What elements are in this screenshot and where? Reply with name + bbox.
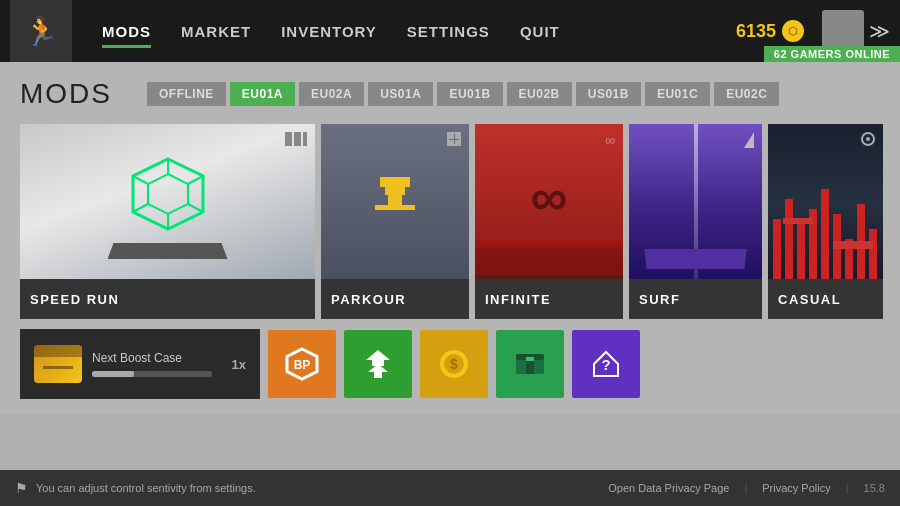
footer-link-privacy[interactable]: Open Data Privacy Page [608, 482, 729, 494]
infinite-corner-icon: ∞ [605, 132, 615, 148]
svg-line-7 [133, 176, 148, 184]
card-parkour[interactable]: PARKOUR [321, 124, 469, 319]
server-tab-eu01c[interactable]: EU01C [645, 82, 710, 106]
footer-tip: You can adjust control sentivity from se… [36, 482, 256, 494]
parkour-symbol [365, 167, 425, 236]
main-content: MODS OFFLINE EU01A EU02A US01A EU01B EU0… [0, 62, 900, 414]
online-badge: 62 GAMERS ONLINE [764, 46, 900, 62]
footer-separator-2: | [846, 482, 849, 494]
card-parkour-img [321, 124, 469, 279]
coin-icon: ⬡ [782, 20, 804, 42]
card-surf[interactable]: SURF [629, 124, 762, 319]
svg-rect-16 [475, 240, 623, 248]
boost-case: Next Boost Case 1x [20, 329, 260, 399]
card-parkour-label: PARKOUR [321, 279, 469, 319]
action-btn-coin[interactable]: $ [420, 330, 488, 398]
server-tab-us01b[interactable]: US01B [576, 82, 641, 106]
server-tab-eu02a[interactable]: EU02A [299, 82, 364, 106]
cards-row: SPEED RUN [20, 124, 880, 319]
surf-corner-icon [744, 132, 754, 148]
action-btn-question[interactable]: ? [572, 330, 640, 398]
card-surf-img [629, 124, 762, 279]
card-speedrun[interactable]: SPEED RUN [20, 124, 315, 319]
nav-right: 6135 ⬡ ≫ 62 GAMERS ONLINE [736, 10, 890, 52]
server-tab-eu01b[interactable]: EU01B [437, 82, 502, 106]
nav-item-inventory[interactable]: INVENTORY [281, 19, 377, 44]
server-tab-eu02c[interactable]: EU02C [714, 82, 779, 106]
top-nav: 🏃 MODS MARKET INVENTORY SETTINGS QUIT 61… [0, 0, 900, 62]
card-speedrun-img [20, 124, 315, 279]
bottom-row: Next Boost Case 1x BP $ [20, 329, 880, 404]
case-progress-bar [92, 371, 212, 377]
svg-text:$: $ [450, 356, 458, 372]
svg-rect-27 [526, 357, 534, 361]
svg-rect-14 [388, 195, 402, 205]
card-infinite-img: ∞ ∞ [475, 124, 623, 279]
casual-platform-2 [783, 218, 813, 224]
card-speedrun-label: SPEED RUN [20, 279, 315, 319]
action-btn-hex[interactable]: BP [268, 330, 336, 398]
server-tab-eu02b[interactable]: EU02B [507, 82, 572, 106]
logo: 🏃 [10, 0, 72, 62]
svg-rect-13 [375, 205, 415, 210]
card-casual-label: CASUAL [768, 279, 883, 319]
card-infinite-label: INFINITE [475, 279, 623, 319]
card-casual-img [768, 124, 883, 279]
logo-icon: 🏃 [24, 15, 59, 48]
nav-item-quit[interactable]: QUIT [520, 19, 560, 44]
svg-rect-10 [303, 132, 307, 146]
card-infinite[interactable]: ∞ ∞ INFINITE [475, 124, 623, 319]
parkour-corner-icon [447, 132, 461, 146]
nav-items: MODS MARKET INVENTORY SETTINGS QUIT [102, 19, 736, 44]
server-tab-offline[interactable]: OFFLINE [147, 82, 226, 106]
case-label: Next Boost Case [92, 351, 222, 365]
footer-version: 15.8 [864, 482, 885, 494]
action-btn-up[interactable] [344, 330, 412, 398]
footer-left: ⚑ You can adjust control sentivity from … [15, 480, 256, 496]
chevrons-icon: ≫ [869, 19, 890, 43]
footer-link-policy[interactable]: Privacy Policy [762, 482, 830, 494]
card-surf-label: SURF [629, 279, 762, 319]
case-icon [34, 345, 82, 383]
svg-text:BP: BP [294, 358, 311, 372]
action-btn-crate[interactable] [496, 330, 564, 398]
svg-rect-9 [294, 132, 301, 146]
footer-separator: | [744, 482, 747, 494]
footer-flag-icon: ⚑ [15, 480, 28, 496]
svg-text:?: ? [601, 356, 610, 373]
svg-line-6 [133, 204, 148, 212]
nav-item-settings[interactable]: SETTINGS [407, 19, 490, 44]
nav-item-market[interactable]: MARKET [181, 19, 251, 44]
speedrun-overlay-icon [285, 132, 307, 149]
currency-display: 6135 ⬡ [736, 20, 804, 42]
case-progress-fill [92, 371, 134, 377]
nav-item-mods[interactable]: MODS [102, 19, 151, 44]
mods-header: MODS OFFLINE EU01A EU02A US01A EU01B EU0… [20, 78, 880, 110]
footer-right: Open Data Privacy Page | Privacy Policy … [608, 482, 885, 494]
svg-rect-11 [380, 177, 410, 187]
svg-rect-15 [475, 245, 623, 275]
currency-amount: 6135 [736, 21, 776, 42]
svg-line-4 [188, 204, 203, 212]
casual-platform-1 [833, 241, 873, 249]
page-title: MODS [20, 78, 112, 110]
case-count: 1x [232, 357, 246, 372]
svg-marker-19 [366, 350, 390, 366]
server-tab-us01a[interactable]: US01A [368, 82, 433, 106]
svg-rect-8 [285, 132, 292, 146]
svg-line-3 [188, 176, 203, 184]
footer: ⚑ You can adjust control sentivity from … [0, 470, 900, 506]
case-info: Next Boost Case [92, 351, 222, 377]
server-tab-eu01a[interactable]: EU01A [230, 82, 295, 106]
server-tabs: OFFLINE EU01A EU02A US01A EU01B EU02B US… [147, 82, 779, 106]
card-casual[interactable]: CASUAL [768, 124, 883, 319]
svg-marker-1 [148, 174, 188, 214]
svg-rect-12 [385, 187, 405, 195]
svg-marker-20 [368, 364, 388, 378]
